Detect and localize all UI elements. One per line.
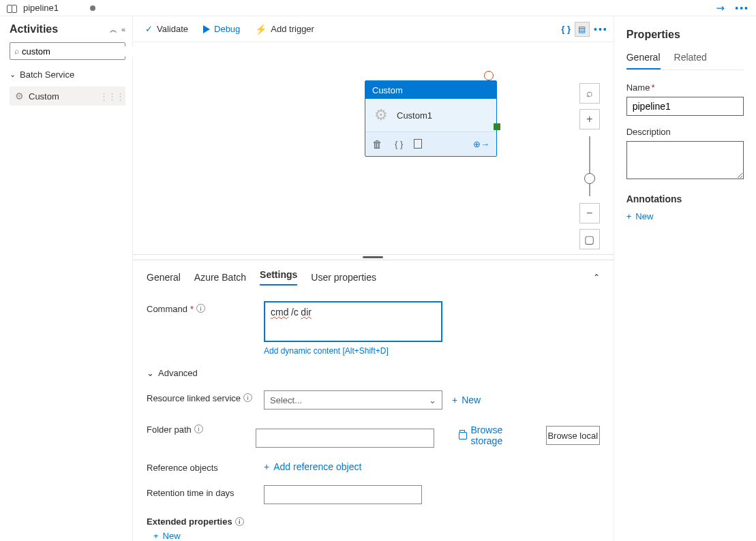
name-label: Name bbox=[626, 82, 650, 93]
description-label: Description bbox=[626, 127, 671, 137]
panel-resize-handle[interactable] bbox=[133, 254, 614, 260]
check-icon: ✓ bbox=[145, 24, 153, 34]
browse-local-button[interactable]: Browse local bbox=[546, 426, 600, 445]
chevron-down-icon: ⌄ bbox=[147, 368, 154, 378]
extended-properties-label: Extended properties bbox=[147, 516, 232, 527]
browse-storage-link[interactable]: Browse storage bbox=[459, 424, 524, 446]
command-input[interactable]: cmd /c dir bbox=[264, 301, 442, 342]
retention-input[interactable] bbox=[264, 485, 422, 504]
pipeline-tab-name[interactable]: pipeline1 bbox=[23, 3, 59, 13]
bolt-icon: ⚡ bbox=[255, 24, 267, 35]
command-label: Command bbox=[147, 304, 187, 314]
folder-path-label: Folder path bbox=[147, 424, 192, 435]
info-icon[interactable]: i bbox=[194, 424, 203, 433]
canvas-search-icon[interactable]: ⌕ bbox=[579, 83, 600, 104]
tab-azure-batch[interactable]: Azure Batch bbox=[194, 272, 246, 283]
collapse-panel-icon[interactable]: ⌃ bbox=[593, 273, 600, 282]
search-icon: ⌕ bbox=[14, 46, 19, 56]
chevron-down-icon: ⌄ bbox=[429, 395, 436, 405]
gear-icon: ⚙ bbox=[372, 106, 390, 124]
gear-icon: ⚙ bbox=[14, 91, 25, 102]
chevron-down-icon: ⌄ bbox=[10, 70, 16, 79]
tab-settings[interactable]: Settings bbox=[260, 269, 297, 285]
success-connector[interactable] bbox=[494, 123, 500, 130]
collapse-sidebar-icon[interactable]: « bbox=[121, 25, 125, 33]
pipeline-tab-icon bbox=[7, 3, 18, 13]
annotations-label: Annotations bbox=[626, 194, 744, 204]
activities-search-input[interactable] bbox=[22, 46, 136, 57]
resource-linked-select[interactable]: Select... ⌄ bbox=[264, 390, 442, 409]
zoom-slider[interactable] bbox=[589, 136, 590, 196]
description-input[interactable] bbox=[626, 141, 744, 179]
node-header[interactable]: Custom bbox=[365, 81, 496, 99]
play-icon bbox=[203, 25, 210, 33]
props-tab-general[interactable]: General bbox=[626, 52, 661, 69]
tab-general[interactable]: General bbox=[147, 272, 181, 283]
plus-icon: + bbox=[626, 211, 632, 221]
code-view-icon[interactable]: { } bbox=[561, 24, 571, 34]
collapse-all-icon[interactable]: ︽ bbox=[110, 25, 117, 35]
activity-node-custom1[interactable]: Custom ⚙ Custom1 🗑 { } ⊕→ bbox=[365, 80, 497, 157]
info-icon[interactable]: i bbox=[196, 304, 205, 313]
activities-search[interactable]: ⌕ bbox=[10, 42, 125, 60]
pipeline-canvas[interactable]: Custom ⚙ Custom1 🗑 { } ⊕→ ⌕ + bbox=[133, 42, 614, 254]
node-name: Custom1 bbox=[397, 110, 432, 121]
folder-icon bbox=[459, 432, 467, 439]
info-icon[interactable]: i bbox=[243, 393, 252, 402]
tab-user-properties[interactable]: User properties bbox=[311, 272, 376, 283]
fit-screen-icon[interactable]: ▢ bbox=[579, 229, 600, 249]
zoom-out-icon[interactable]: − bbox=[579, 203, 600, 223]
advanced-toggle[interactable]: ⌄ Advanced bbox=[147, 368, 600, 378]
props-tab-related[interactable]: Related bbox=[674, 52, 707, 69]
drag-handle-icon[interactable]: ⋮⋮⋮ bbox=[100, 91, 124, 102]
expand-icon[interactable]: ↗ bbox=[714, 1, 729, 16]
activities-title: Activities bbox=[10, 23, 110, 35]
add-extended-property-link[interactable]: + New bbox=[153, 531, 600, 541]
reference-objects-label: Reference objects bbox=[147, 463, 218, 473]
unsaved-indicator-icon bbox=[90, 5, 95, 11]
activity-custom[interactable]: ⚙ Custom ⋮⋮⋮ bbox=[10, 87, 125, 106]
new-linked-service-link[interactable]: + New bbox=[452, 395, 481, 405]
pipeline-name-input[interactable] bbox=[626, 97, 744, 116]
plus-icon: + bbox=[264, 461, 269, 472]
folder-path-input[interactable] bbox=[256, 429, 434, 448]
plus-icon: + bbox=[153, 531, 159, 541]
copy-icon[interactable] bbox=[415, 140, 422, 149]
canvas-more-icon[interactable]: ••• bbox=[594, 24, 608, 35]
code-icon[interactable]: { } bbox=[395, 139, 403, 149]
properties-toggle-icon[interactable]: ▤ bbox=[575, 22, 590, 37]
add-annotation-link[interactable]: + New bbox=[626, 211, 744, 221]
batch-service-group[interactable]: ⌄ Batch Service bbox=[10, 69, 125, 80]
validation-error-icon[interactable] bbox=[484, 71, 494, 80]
more-menu-icon[interactable]: ••• bbox=[735, 3, 749, 14]
plus-icon: + bbox=[452, 395, 457, 405]
add-dynamic-content-link[interactable]: Add dynamic content [Alt+Shift+D] bbox=[264, 346, 389, 356]
zoom-slider-thumb[interactable] bbox=[584, 173, 595, 184]
debug-button[interactable]: Debug bbox=[203, 24, 240, 34]
retention-label: Retention time in days bbox=[147, 488, 235, 498]
validate-button[interactable]: ✓ Validate bbox=[145, 24, 188, 34]
resource-linked-label: Resource linked service bbox=[147, 393, 241, 403]
delete-icon[interactable]: 🗑 bbox=[372, 138, 382, 150]
info-icon[interactable]: i bbox=[235, 517, 244, 526]
add-trigger-button[interactable]: ⚡ Add trigger bbox=[255, 24, 314, 35]
add-reference-object-link[interactable]: + Add reference object bbox=[264, 460, 361, 473]
zoom-in-icon[interactable]: + bbox=[579, 109, 600, 129]
properties-title: Properties bbox=[626, 29, 744, 41]
add-output-icon[interactable]: ⊕→ bbox=[473, 139, 489, 149]
